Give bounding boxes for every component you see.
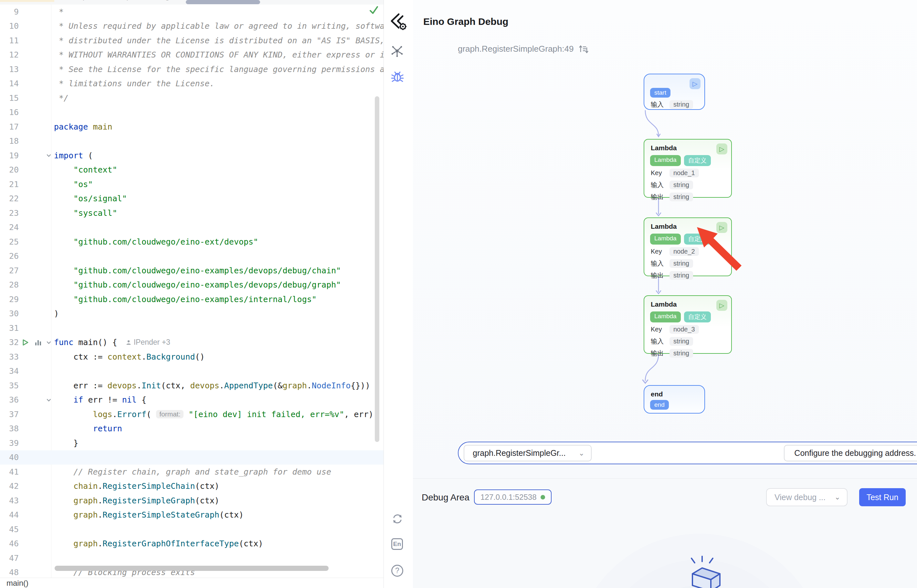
line-number: 12 (0, 50, 19, 60)
code-line: 43 graph.RegisterSimpleGraph(ctx) (0, 493, 384, 508)
code-line: 40 (0, 451, 384, 465)
bug-debug-icon[interactable] (390, 70, 405, 84)
code-text: */ (54, 94, 68, 103)
test-run-button[interactable]: Test Run (859, 488, 906, 506)
code-text: import ( (54, 151, 93, 160)
graph-view-icon[interactable] (390, 45, 404, 58)
gutter-icons (19, 234, 54, 249)
line-number: 11 (0, 36, 19, 45)
line-number: 27 (0, 266, 19, 275)
fold-chevron-icon[interactable] (45, 397, 52, 403)
code-text: "context" (54, 165, 117, 174)
language-label: En (393, 541, 401, 548)
eino-logo-icon (389, 12, 408, 31)
gutter-icons (19, 335, 54, 350)
graph-canvas[interactable]: graph.RegisterSimpleGraph:49 (413, 0, 917, 479)
line-number: 35 (0, 381, 19, 390)
code-editor: 9 *10 * Unless required by applicable la… (0, 0, 384, 588)
gutter-icons (19, 249, 54, 263)
code-line: 28 "github.com/cloudwego/eino-examples/d… (0, 278, 384, 292)
gutter-icons (19, 263, 54, 278)
gutter-icons (19, 48, 54, 62)
line-number: 42 (0, 481, 19, 491)
code-text: * limitations under the License. (54, 79, 215, 88)
code-text: * See the License for the specific langu… (54, 65, 384, 74)
code-text: "github.com/cloudwego/eino-examples/devo… (54, 266, 341, 275)
vertical-scrollbar[interactable] (375, 96, 379, 442)
gutter-icons (19, 19, 54, 34)
code-line: 13 * See the License for the specific la… (0, 62, 384, 77)
chevron-down-icon: ⌄ (835, 496, 840, 499)
line-number: 23 (0, 208, 19, 218)
inspection-check-icon[interactable] (368, 5, 379, 16)
code-line: 45 (0, 522, 384, 536)
gutter-icons (19, 77, 54, 91)
code-text: logs.Errorf( format: "[eino dev] init fa… (54, 410, 373, 419)
horizontal-scrollbar[interactable] (55, 566, 329, 571)
breadcrumb-bar: main() (0, 578, 384, 588)
panel-sidebar: En ? (384, 0, 413, 588)
run-main-icon[interactable] (21, 339, 29, 346)
view-debug-dropdown[interactable]: View debug ... ⌄ (766, 488, 848, 506)
gutter-icons (19, 91, 54, 105)
line-number: 33 (0, 352, 19, 362)
gutter-icons (19, 206, 54, 220)
empty-box-illustration (675, 556, 733, 588)
line-number: 41 (0, 467, 19, 477)
debug-address-pill[interactable]: 127.0.0.1:52538 (474, 489, 552, 505)
gutter-icons (19, 536, 54, 551)
top-scrollbar-thumb[interactable] (186, 0, 260, 4)
code-line: 36 if err != nil { (0, 393, 384, 407)
eino-debug-panel: graph.RegisterSimpleGraph:49 (384, 0, 917, 588)
breadcrumb-main[interactable]: main() (6, 578, 28, 588)
line-number: 13 (0, 65, 19, 74)
help-icon[interactable]: ? (391, 565, 403, 577)
code-line: 26 (0, 249, 384, 263)
parameter-hint: format: (156, 410, 184, 418)
code-text: package main (54, 122, 113, 131)
code-text: "github.com/cloudwego/eino-ext/devops" (54, 237, 258, 247)
gutter-icons (19, 436, 54, 451)
gutter-icons (19, 465, 54, 479)
gutter-icons (19, 407, 54, 422)
gutter-icons (19, 422, 54, 436)
line-number: 9 (0, 7, 19, 16)
line-number: 25 (0, 237, 19, 247)
code-text: func main() { (54, 338, 117, 347)
gutter-icons (19, 508, 54, 522)
line-number: 21 (0, 179, 19, 189)
gutter-icons (19, 307, 54, 321)
view-debug-value: View debug ... (775, 493, 825, 502)
gutter-icons (19, 220, 54, 235)
code-line: 37 logs.Errorf( format: "[eino dev] init… (0, 407, 384, 422)
fold-chevron-icon[interactable] (45, 339, 52, 346)
code-line: 11 * distributed under the License is di… (0, 33, 384, 48)
language-icon[interactable]: En (391, 538, 403, 550)
code-line: 21 "os" (0, 177, 384, 192)
line-number: 28 (0, 280, 19, 289)
code-line: 38 return (0, 422, 384, 436)
line-number: 14 (0, 79, 19, 88)
code-text: "github.com/cloudwego/eino-examples/devo… (54, 280, 341, 289)
code-line: 25 "github.com/cloudwego/eino-ext/devops… (0, 234, 384, 249)
profiler-icon[interactable] (34, 339, 42, 346)
line-number: 46 (0, 539, 19, 548)
fold-chevron-icon[interactable] (45, 152, 52, 158)
code-line: 10 * Unless required by applicable law o… (0, 19, 384, 34)
code-text: ctx := context.Background() (54, 352, 205, 362)
code-line: 14 * limitations under the License. (0, 77, 384, 91)
code-vision-hint[interactable]: IPender +3 (126, 338, 170, 347)
code-text: chain.RegisterSimpleChain(ctx) (54, 481, 220, 491)
line-number: 47 (0, 553, 19, 563)
app-root: 9 *10 * Unless required by applicable la… (0, 0, 917, 588)
code-text: graph.RegisterSimpleStateGraph(ctx) (54, 510, 244, 520)
gutter-icons (19, 551, 54, 565)
code-text: * WITHOUT WARRANTIES OR CONDITIONS OF AN… (54, 50, 384, 60)
code-line: 24 (0, 220, 384, 235)
gutter-icons (19, 120, 54, 134)
code-line: 22 "os/signal" (0, 192, 384, 206)
gutter-icons (19, 134, 54, 149)
help-glyph: ? (395, 566, 399, 575)
line-number: 17 (0, 122, 19, 131)
refresh-icon[interactable] (392, 513, 403, 525)
